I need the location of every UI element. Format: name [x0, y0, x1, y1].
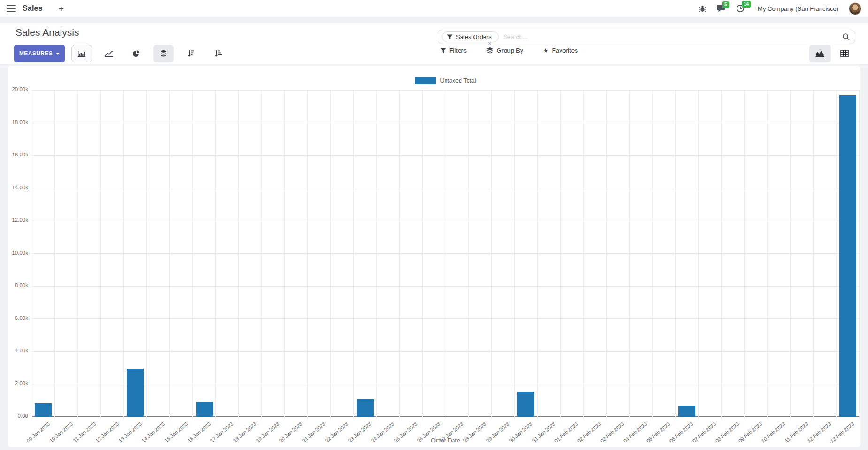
search-input[interactable] [503, 33, 839, 40]
v-gridline [468, 90, 469, 419]
v-gridline [813, 90, 814, 419]
page-title: Sales Analysis [15, 27, 79, 38]
v-gridline [560, 90, 561, 419]
filter-funnel-icon [440, 48, 446, 54]
facet-remove-button[interactable]: × [488, 40, 492, 47]
measures-button[interactable]: MEASURES [14, 45, 65, 62]
legend-label: Untaxed Total [440, 78, 476, 84]
v-gridline [836, 90, 837, 419]
view-switcher [809, 45, 855, 62]
v-gridline [744, 90, 745, 419]
v-gridline [698, 90, 699, 419]
sort-asc-icon [214, 50, 222, 57]
top-navbar: Sales + 5 14 [0, 0, 868, 17]
y-tick-label: 16.00k [3, 152, 28, 157]
bar[interactable] [678, 406, 695, 417]
bar-chart-icon [77, 50, 86, 57]
messages-count-badge: 5 [722, 1, 729, 8]
graph-view-button[interactable] [809, 45, 831, 62]
pivot-table-icon [840, 50, 849, 57]
app-name[interactable]: Sales [23, 4, 43, 13]
debug-bug-icon[interactable] [699, 5, 707, 13]
v-gridline [330, 90, 331, 419]
search-bar: Sales Orders × [438, 30, 855, 44]
company-switcher[interactable]: My Company (San Francisco) [758, 5, 838, 12]
facet-label: Sales Orders [456, 33, 492, 40]
v-gridline [353, 90, 354, 419]
v-gridline [169, 90, 170, 419]
v-gridline [537, 90, 538, 419]
v-gridline [767, 90, 768, 419]
chart-type-toolbar [71, 45, 228, 62]
pie-chart-icon [132, 50, 140, 58]
apps-menu-icon[interactable] [7, 5, 16, 12]
pivot-view-button[interactable] [834, 45, 855, 62]
legend-item-untaxed-total[interactable]: Untaxed Total [32, 77, 859, 84]
messages-menu[interactable]: 5 [717, 5, 726, 13]
control-panel: Sales Analysis MEASURES [0, 23, 868, 64]
v-gridline [606, 90, 607, 419]
v-gridline [192, 90, 193, 419]
v-gridline [583, 90, 584, 419]
v-gridline [100, 90, 101, 419]
y-tick-label: 20.00k [3, 86, 28, 92]
stacked-database-icon [160, 50, 168, 58]
v-gridline [284, 90, 285, 419]
favorites-button[interactable]: ★ Favorites [543, 47, 578, 54]
v-gridline [261, 90, 262, 419]
search-icon [842, 33, 850, 41]
bar[interactable] [127, 369, 144, 417]
user-avatar[interactable] [849, 2, 861, 15]
bar[interactable] [357, 399, 374, 417]
v-gridline [514, 90, 515, 419]
v-gridline [399, 90, 400, 419]
caret-down-icon [56, 53, 60, 55]
group-by-button[interactable]: Group By [486, 47, 523, 54]
v-gridline [422, 90, 423, 419]
chart-card: Untaxed Total 0.002.00k4.00k6.00k8.00k10… [8, 66, 860, 447]
v-gridline [215, 90, 216, 419]
bar[interactable] [35, 403, 52, 417]
v-gridline [376, 90, 377, 419]
v-gridline [307, 90, 308, 419]
activities-menu[interactable]: 14 [736, 4, 745, 13]
sort-ascending-button[interactable] [207, 45, 228, 62]
v-gridline [123, 90, 124, 419]
pie-chart-button[interactable] [126, 45, 146, 62]
favorites-label: Favorites [552, 47, 578, 54]
y-tick-label: 4.00k [3, 348, 28, 353]
y-tick-label: 8.00k [3, 282, 28, 288]
v-gridline [721, 90, 722, 419]
y-tick-label: 14.00k [3, 185, 28, 190]
activities-count-badge: 14 [742, 1, 751, 8]
bug-icon [699, 5, 707, 13]
search-options-row: Filters Group By ★ Favorites [440, 47, 578, 54]
v-gridline [790, 90, 791, 419]
y-tick-label: 6.00k [3, 315, 28, 321]
area-chart-icon [815, 50, 825, 57]
v-gridline [629, 90, 630, 419]
y-tick-label: 18.00k [3, 119, 28, 125]
y-tick-label: 12.00k [3, 217, 28, 223]
filter-funnel-icon [447, 34, 453, 40]
bar-chart-button[interactable] [71, 45, 92, 62]
y-tick-label: 0.00 [3, 413, 28, 419]
new-tab-button[interactable]: + [59, 4, 64, 13]
v-gridline [54, 90, 55, 419]
sort-descending-button[interactable] [180, 45, 201, 62]
bar[interactable] [517, 392, 534, 417]
filters-button[interactable]: Filters [440, 47, 467, 54]
v-gridline [675, 90, 676, 419]
sort-desc-icon [187, 50, 195, 57]
v-gridline [146, 90, 147, 419]
legend-swatch [415, 77, 436, 84]
y-tick-label: 10.00k [3, 250, 28, 256]
bar[interactable] [839, 95, 856, 417]
bar[interactable] [196, 402, 213, 417]
y-tick-label: 2.00k [3, 380, 28, 386]
v-gridline [491, 90, 492, 419]
line-chart-button[interactable] [99, 45, 119, 62]
v-gridline [446, 90, 446, 419]
stacked-toggle-button[interactable] [153, 45, 174, 62]
v-gridline [652, 90, 653, 419]
